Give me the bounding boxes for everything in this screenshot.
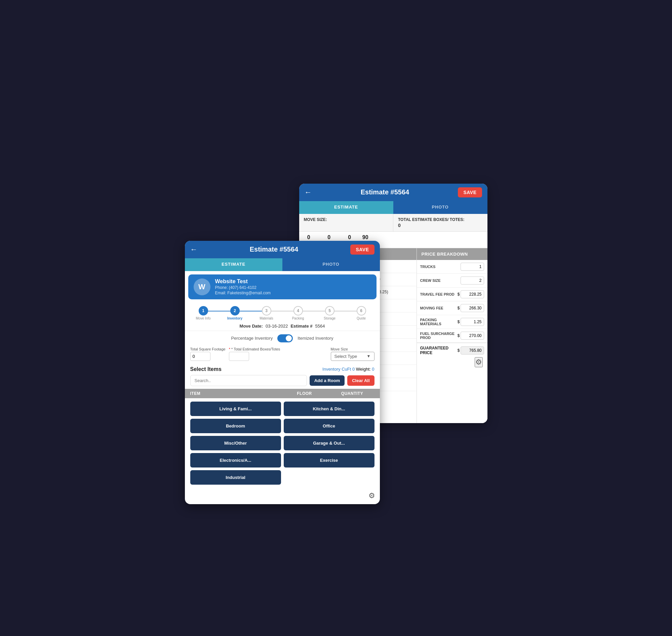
price-row: MOVING FEE$	[417, 301, 487, 315]
category-button[interactable]: Kitchen & Din...	[284, 402, 374, 416]
customer-phone: Phone: (407) 641-4102	[215, 285, 271, 290]
category-button[interactable]: Living & Fami...	[190, 402, 281, 416]
customer-info: Website Test Phone: (407) 641-4102 Email…	[215, 278, 271, 295]
toggle-left-label: Percentage Inventory	[231, 336, 273, 341]
move-date-value: 03-16-2022	[266, 323, 288, 329]
price-rows-list: TRUCKSCREW SIZETRAVEL FEE PROD$MOVING FE…	[417, 260, 487, 343]
back-arrow-icon[interactable]: ←	[305, 188, 312, 197]
category-button[interactable]: Misc/Other	[190, 436, 281, 450]
inv-inputs-row: Total Square Footage * * Total Estimated…	[185, 344, 380, 363]
price-input-wrap: $	[457, 318, 484, 326]
price-input-wrap: $	[457, 290, 484, 298]
price-row-input[interactable]	[461, 304, 484, 312]
category-button[interactable]: Garage & Out...	[284, 436, 374, 450]
estimate-boxes-value: 0	[398, 223, 483, 228]
dollar-sign: $	[457, 306, 460, 311]
step-label: Materials	[260, 317, 273, 320]
guaranteed-price-row: GUARANTEED PRICE $	[417, 343, 487, 358]
back-title: Estimate #5564	[315, 188, 455, 196]
estimate-boxes-label: TOTAL ESTIMATE BOXES/ TOTES:	[398, 217, 483, 222]
step-item-inventory[interactable]: 2 Inventory	[219, 306, 251, 320]
stat-weight-value: 0	[327, 234, 330, 240]
gear-row: ⚙	[185, 489, 380, 504]
price-row-label: PACKING MATERIALS	[420, 318, 457, 326]
est-boxes-label: * * Total Estimated Boxes/Totes	[229, 347, 280, 351]
step-item-materials[interactable]: 3 Materials	[251, 306, 282, 320]
inv-cuft-value: CuFt 0	[342, 366, 355, 372]
category-button[interactable]: Industrial	[190, 470, 281, 485]
add-room-button[interactable]: Add a Room	[310, 375, 345, 386]
move-info-grid: MOVE SIZE: TOTAL ESTIMATE BOXES/ TOTES: …	[299, 214, 487, 232]
category-grid: Living & Fami...Kitchen & Din...BedroomO…	[185, 398, 380, 489]
move-size-group-label: Move Size	[331, 347, 374, 351]
back-tabs: ESTIMATE PHOTO	[299, 201, 487, 214]
dollar-sign: $	[457, 292, 460, 297]
tab-estimate-front[interactable]: ESTIMATE	[185, 258, 282, 271]
price-row-input[interactable]	[461, 276, 484, 284]
category-button[interactable]: Office	[284, 419, 374, 433]
step-circle: 5	[325, 306, 334, 316]
inv-weight-label: Weight:	[356, 366, 371, 372]
price-row: FUEL SURCHARGE PROD$	[417, 329, 487, 343]
step-label: Packing	[292, 317, 304, 320]
front-header: ← Estimate #5564 SAVE	[185, 241, 380, 258]
customer-email: Email: Faketesting@email.com	[215, 291, 271, 295]
total-sq-ft-input[interactable]	[190, 352, 210, 361]
estimate-number-label: Estimate #	[290, 323, 312, 329]
inv-weight-value: 0	[372, 366, 374, 372]
stat-sqft-value: 0	[307, 234, 310, 240]
th-floor: FLOOR	[282, 391, 327, 396]
back-header: ← Estimate #5564 SAVE	[299, 184, 487, 201]
search-input[interactable]	[190, 375, 307, 386]
price-row-input[interactable]	[461, 263, 484, 271]
front-gear-button[interactable]: ⚙	[368, 491, 375, 500]
step-circle: 4	[293, 306, 303, 316]
toggle-row: Percentage Inventory Itemized Inventory	[185, 331, 380, 344]
step-item-quote[interactable]: 6 Quote	[346, 306, 377, 320]
step-label: Storage	[324, 317, 335, 320]
front-back-arrow-icon[interactable]: ←	[190, 245, 198, 254]
price-row-label: TRUCKS	[420, 265, 461, 269]
table-header: ITEM FLOOR QUANTITY	[185, 389, 380, 398]
category-button[interactable]: Electronics/A...	[190, 453, 281, 468]
total-sq-ft-label: Total Square Footage	[190, 347, 226, 351]
move-size-cell: MOVE SIZE:	[299, 214, 394, 232]
toggle-right-label: Itemized Inventory	[298, 336, 333, 341]
step-item-move-info[interactable]: 1 Move Info	[188, 306, 219, 320]
guaranteed-dollar-sign: $	[457, 348, 460, 353]
guaranteed-price-input[interactable]	[461, 346, 484, 355]
est-boxes-input[interactable]	[229, 352, 249, 361]
category-button[interactable]: Bedroom	[190, 419, 281, 433]
customer-block: W Website Test Phone: (407) 641-4102 Ema…	[188, 275, 376, 299]
back-gear-button[interactable]: ⚙	[475, 357, 483, 367]
tab-photo-back[interactable]: PHOTO	[393, 201, 487, 214]
chevron-down-icon: ▼	[367, 354, 371, 359]
tab-estimate-back[interactable]: ESTIMATE	[299, 201, 393, 214]
price-row: TRAVEL FEE PROD$	[417, 287, 487, 301]
move-date-row: Move Date: 03-16-2022 Estimate # 5564	[185, 321, 380, 331]
price-panel: PRICE BREAKDOWN TRUCKSCREW SIZETRAVEL FE…	[417, 248, 487, 423]
step-circle: 1	[199, 306, 208, 316]
move-size-dropdown[interactable]: Select Type ▼	[331, 352, 374, 361]
step-circle: 6	[357, 306, 366, 316]
step-item-packing[interactable]: 4 Packing	[282, 306, 314, 320]
price-row: TRUCKS	[417, 260, 487, 274]
tab-photo-front[interactable]: PHOTO	[282, 258, 380, 271]
price-row-input[interactable]	[461, 318, 484, 326]
step-item-storage[interactable]: 5 Storage	[314, 306, 346, 320]
front-save-button[interactable]: SAVE	[350, 244, 374, 255]
step-circle: 2	[230, 306, 240, 316]
steps-row: 1 Move Info 2 Inventory 3 Materials 4 Pa…	[185, 303, 380, 321]
dollar-sign: $	[457, 333, 460, 338]
inventory-toggle[interactable]	[277, 334, 293, 342]
front-tab-row: ESTIMATE PHOTO	[185, 258, 380, 271]
guaranteed-price-input-wrap: $	[457, 346, 484, 355]
price-row-input[interactable]	[461, 290, 484, 298]
move-date-label: Move Date:	[240, 323, 263, 329]
clear-all-button[interactable]: Clear All	[347, 375, 374, 386]
estimate-boxes-cell: TOTAL ESTIMATE BOXES/ TOTES: 0	[393, 214, 487, 232]
price-row-input[interactable]	[461, 332, 484, 340]
category-button[interactable]: Exercise	[284, 453, 374, 468]
back-save-button[interactable]: SAVE	[458, 187, 482, 197]
estimate-number-value: 5564	[315, 323, 325, 329]
